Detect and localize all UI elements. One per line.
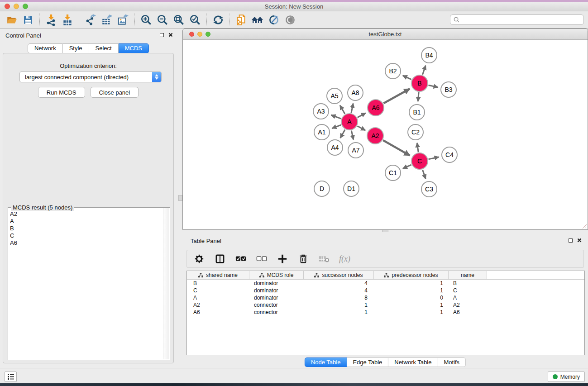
float-table-panel-icon[interactable] (569, 238, 573, 243)
network-edge[interactable] (351, 104, 353, 113)
deselect-all-icon[interactable] (256, 253, 268, 265)
table-cell[interactable]: 8 (304, 295, 374, 301)
tab-style[interactable]: Style (63, 43, 89, 53)
column-header-successor-nodes[interactable]: successor nodes (304, 271, 374, 280)
network-edge[interactable] (418, 92, 419, 101)
network-node-B4[interactable]: B4 (421, 47, 437, 63)
tab-edge-table[interactable]: Edge Table (347, 357, 388, 367)
close-table-panel-icon[interactable] (577, 238, 582, 243)
column-header-mcds-role[interactable]: MCDS role (249, 271, 304, 280)
select-all-icon[interactable] (235, 253, 247, 265)
export-image-icon[interactable] (115, 13, 131, 27)
memory-button[interactable]: Memory (548, 372, 585, 382)
hide-selected-icon[interactable] (266, 13, 282, 27)
network-node-C4[interactable]: C4 (441, 147, 458, 163)
network-edge[interactable] (340, 105, 345, 114)
table-cell[interactable]: 1 (374, 280, 449, 286)
network-edge[interactable] (429, 157, 439, 159)
table-cell[interactable]: B (187, 280, 249, 286)
gear-icon[interactable] (193, 253, 205, 265)
task-history-button[interactable] (5, 372, 17, 382)
network-edge[interactable] (383, 140, 410, 156)
table-cell[interactable]: A2 (187, 302, 249, 308)
network-node-B2[interactable]: B2 (385, 63, 401, 79)
network-node-C[interactable]: C (411, 152, 428, 170)
apply-layout-icon[interactable] (210, 13, 226, 27)
tab-network-table[interactable]: Network Table (388, 357, 438, 367)
column-header-shared-name[interactable]: shared name (187, 271, 249, 280)
table-cell[interactable]: 0 (374, 295, 449, 301)
result-scrollbar[interactable] (163, 208, 169, 359)
save-session-icon[interactable] (20, 13, 36, 27)
network-edge[interactable] (383, 89, 410, 103)
network-edge[interactable] (422, 170, 425, 179)
network-node-D[interactable]: D (314, 181, 330, 197)
table-row[interactable]: Bdominator41B (187, 280, 584, 287)
network-node-C3[interactable]: C3 (421, 181, 437, 197)
search-input[interactable] (460, 16, 583, 24)
table-cell[interactable]: dominator (249, 287, 304, 294)
table-row[interactable]: A2connector11A2 (187, 301, 584, 309)
network-edge[interactable] (358, 126, 365, 131)
table-cell[interactable]: 4 (304, 287, 374, 294)
table-cell[interactable]: dominator (249, 280, 304, 286)
network-edge[interactable] (403, 76, 411, 80)
resize-corner-icon[interactable] (582, 224, 587, 229)
column-header-predecessor-nodes[interactable]: predecessor nodes (374, 271, 449, 280)
delete-icon[interactable] (297, 253, 309, 265)
result-item[interactable]: A (10, 218, 163, 225)
network-edge[interactable] (331, 115, 341, 119)
node-table[interactable]: shared name MCDS role successor nodes pr… (186, 271, 585, 355)
network-node-A3[interactable]: A3 (313, 103, 329, 119)
network-node-A8[interactable]: A8 (347, 85, 363, 101)
tab-network[interactable]: Network (28, 43, 63, 53)
network-edge[interactable] (340, 129, 345, 138)
table-row[interactable]: Cdominator41C (187, 287, 584, 294)
function-builder-icon[interactable]: f(x) (339, 254, 350, 264)
result-item[interactable]: A6 (10, 239, 163, 247)
table-cell[interactable]: A (187, 295, 249, 301)
network-edge[interactable] (403, 165, 411, 168)
network-node-B3[interactable]: B3 (440, 81, 457, 98)
table-row[interactable]: Adominator80A (187, 294, 584, 301)
criterion-dropdown[interactable]: largest connected component (directed) (19, 71, 162, 82)
network-node-B[interactable]: B (411, 75, 428, 92)
network-node-A7[interactable]: A7 (348, 142, 364, 158)
zoom-fit-icon[interactable] (171, 13, 187, 27)
table-cell[interactable]: connector (249, 309, 304, 315)
table-cell[interactable]: 1 (374, 309, 449, 315)
tab-motifs[interactable]: Motifs (438, 357, 466, 367)
network-node-C1[interactable]: C1 (385, 165, 401, 181)
columns-icon[interactable] (214, 253, 226, 265)
table-cell[interactable]: 1 (374, 287, 449, 294)
network-edge[interactable] (429, 85, 438, 87)
network-edge[interactable] (332, 125, 341, 128)
network-node-A6[interactable]: A6 (367, 99, 384, 116)
network-edge[interactable] (358, 113, 366, 118)
table-cell[interactable]: 4 (304, 280, 374, 286)
zoom-out-icon[interactable] (154, 13, 171, 27)
tab-select[interactable]: Select (89, 43, 119, 53)
tab-mcds[interactable]: MCDS (119, 43, 149, 53)
zoom-selected-icon[interactable] (187, 13, 203, 27)
table-row[interactable]: A6connector11A6 (187, 309, 584, 316)
table-cell[interactable]: A6 (449, 309, 487, 315)
network-node-A2[interactable]: A2 (367, 127, 384, 144)
add-column-icon[interactable] (277, 253, 288, 265)
network-edge[interactable] (351, 131, 353, 140)
tab-node-table[interactable]: Node Table (305, 357, 347, 367)
table-cell[interactable]: 1 (374, 302, 449, 308)
new-network-from-selection-icon[interactable] (233, 13, 249, 27)
result-item[interactable]: A2 (10, 210, 163, 218)
network-node-C2[interactable]: C2 (407, 124, 424, 140)
delete-table-icon[interactable] (318, 253, 330, 265)
table-cell[interactable]: dominator (249, 295, 304, 301)
network-node-D1[interactable]: D1 (343, 181, 359, 197)
first-neighbors-icon[interactable] (249, 13, 266, 27)
close-panel-button[interactable]: Close panel (91, 87, 139, 98)
open-file-icon[interactable] (4, 13, 20, 27)
table-cell[interactable]: C (187, 287, 249, 294)
float-panel-icon[interactable] (160, 33, 164, 37)
column-header-name[interactable]: name (449, 271, 487, 280)
zoom-in-icon[interactable] (138, 13, 154, 27)
